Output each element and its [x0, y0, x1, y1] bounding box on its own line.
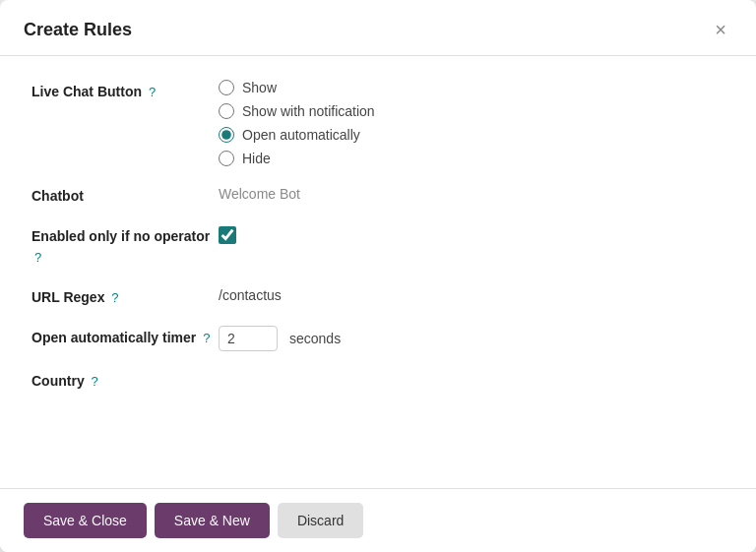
country-field [219, 369, 724, 371]
timer-row: seconds [219, 326, 724, 351]
dialog-header: Create Rules × [0, 0, 756, 56]
country-label: Country ? [32, 369, 219, 392]
timer-unit: seconds [289, 331, 341, 346]
open-timer-help-icon[interactable]: ? [203, 329, 210, 348]
radio-show-label: Show [242, 80, 277, 95]
dialog-title: Create Rules [24, 20, 132, 40]
radio-show-notification-input[interactable] [219, 103, 234, 119]
enabled-only-field [219, 224, 724, 244]
radio-show-input[interactable] [219, 80, 234, 95]
live-chat-button-row: Live Chat Button ? Show Show with notifi… [32, 80, 724, 166]
radio-hide[interactable]: Hide [219, 151, 724, 166]
radio-show-notification-label: Show with notification [242, 103, 375, 119]
url-regex-value: /contactus [219, 285, 724, 303]
live-chat-button-field: Show Show with notification Open automat… [219, 80, 724, 166]
close-button[interactable]: × [709, 18, 732, 41]
radio-show[interactable]: Show [219, 80, 724, 95]
save-close-button[interactable]: Save & Close [24, 503, 147, 538]
live-chat-button-label: Live Chat Button ? [32, 80, 219, 102]
radio-hide-input[interactable] [219, 151, 234, 166]
radio-open-automatically[interactable]: Open automatically [219, 127, 724, 143]
live-chat-button-help-icon[interactable]: ? [149, 83, 156, 102]
country-help-icon[interactable]: ? [92, 372, 98, 392]
discard-button[interactable]: Discard [278, 503, 363, 538]
enabled-only-row: Enabled only if no operator ? [32, 224, 724, 268]
radio-show-notification[interactable]: Show with notification [219, 103, 724, 119]
url-regex-help-icon[interactable]: ? [111, 288, 118, 308]
chatbot-value: Welcome Bot [219, 184, 724, 202]
chatbot-row: Chatbot Welcome Bot [32, 184, 724, 207]
timer-input[interactable] [219, 326, 278, 351]
url-regex-row: URL Regex ? /contactus [32, 285, 724, 308]
enabled-only-checkbox[interactable] [219, 226, 236, 244]
live-chat-button-radio-group: Show Show with notification Open automat… [219, 80, 724, 166]
open-timer-label: Open automatically timer ? [32, 326, 219, 348]
open-timer-row: Open automatically timer ? seconds [32, 326, 724, 351]
country-row: Country ? [32, 369, 724, 392]
enabled-only-help-icon[interactable]: ? [34, 248, 41, 268]
enabled-only-label: Enabled only if no operator ? [32, 224, 219, 268]
chatbot-label: Chatbot [32, 184, 219, 207]
radio-hide-label: Hide [242, 151, 271, 166]
save-new-button[interactable]: Save & New [155, 503, 270, 538]
url-regex-label: URL Regex ? [32, 285, 219, 308]
radio-open-automatically-label: Open automatically [242, 127, 360, 143]
dialog-body: Live Chat Button ? Show Show with notifi… [0, 56, 756, 488]
dialog-footer: Save & Close Save & New Discard [0, 488, 756, 552]
open-timer-field: seconds [219, 326, 724, 351]
radio-open-automatically-input[interactable] [219, 127, 234, 143]
create-rules-dialog: Create Rules × Live Chat Button ? Show S… [0, 0, 756, 552]
